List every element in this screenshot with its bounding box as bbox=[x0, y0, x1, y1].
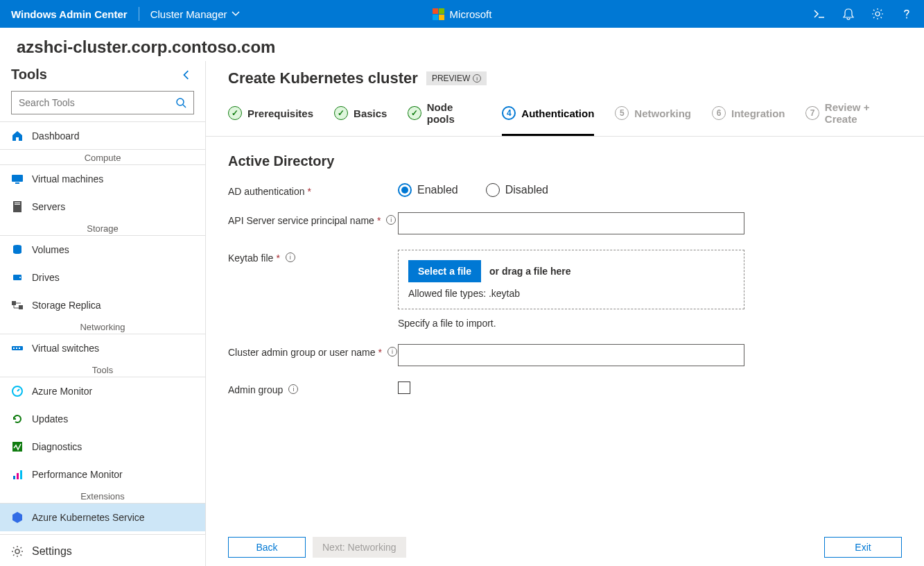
info-icon[interactable]: i bbox=[387, 347, 397, 357]
keytab-dropzone[interactable]: Select a file or drag a file here Allowe… bbox=[398, 250, 744, 309]
sidebar-item-dashboard[interactable]: Dashboard bbox=[0, 122, 205, 150]
specify-hint: Specify a file to import. bbox=[398, 318, 744, 329]
wizard-footer: Back Next: Networking Exit bbox=[206, 527, 924, 566]
chevron-down-icon bbox=[232, 10, 240, 18]
gear-icon[interactable] bbox=[871, 8, 884, 20]
section-compute: Compute bbox=[0, 150, 205, 165]
sidebar-item-performance-monitor[interactable]: Performance Monitor bbox=[0, 461, 205, 488]
sidebar-item-label: Storage Replica bbox=[32, 300, 101, 311]
drive-icon bbox=[11, 271, 24, 284]
tools-heading: Tools bbox=[11, 67, 47, 83]
step-prerequisites[interactable]: ✓ Prerequisites bbox=[228, 101, 313, 136]
search-input[interactable] bbox=[19, 97, 175, 108]
sidebar-item-virtual-switches[interactable]: Virtual switches bbox=[0, 334, 205, 362]
step-number: 4 bbox=[502, 106, 516, 120]
next-button[interactable]: Next: Networking bbox=[313, 537, 406, 558]
search-icon bbox=[175, 97, 186, 108]
step-networking[interactable]: 5 Networking bbox=[615, 101, 691, 136]
step-review[interactable]: 7 Review + Create bbox=[805, 101, 902, 136]
preview-text: PREVIEW bbox=[432, 74, 470, 83]
refresh-icon bbox=[11, 413, 24, 425]
console-icon[interactable] bbox=[813, 8, 826, 20]
replica-icon bbox=[11, 299, 24, 311]
step-integration[interactable]: 6 Integration bbox=[712, 101, 785, 136]
collapse-chevron-icon[interactable] bbox=[182, 70, 191, 80]
main: Create Kubernetes cluster PREVIEW i ✓ Pr… bbox=[206, 61, 924, 566]
sidebar-item-label: Azure Kubernetes Service bbox=[32, 512, 145, 523]
svg-rect-10 bbox=[12, 301, 16, 305]
exit-button[interactable]: Exit bbox=[824, 537, 902, 558]
radio-disabled[interactable]: Disabled bbox=[486, 183, 548, 197]
sidebar-item-volumes[interactable]: Volumes bbox=[0, 236, 205, 264]
select-file-button[interactable]: Select a file bbox=[408, 260, 481, 282]
back-button[interactable]: Back bbox=[228, 537, 306, 558]
sidebar-item-label: Virtual switches bbox=[32, 343, 99, 354]
step-authentication[interactable]: 4 Authentication bbox=[502, 101, 594, 136]
sidebar-item-label: Drives bbox=[32, 272, 60, 283]
check-icon: ✓ bbox=[408, 106, 421, 120]
svg-rect-18 bbox=[13, 476, 15, 479]
sidebar-item-azure-monitor[interactable]: Azure Monitor bbox=[0, 377, 205, 405]
sidebar-item-updates[interactable]: Updates bbox=[0, 405, 205, 433]
diagnostics-icon bbox=[11, 440, 24, 453]
section-extensions: Extensions bbox=[0, 488, 205, 504]
sidebar-item-settings[interactable]: Settings bbox=[0, 534, 205, 566]
check-icon: ✓ bbox=[334, 106, 348, 120]
svg-rect-19 bbox=[17, 473, 19, 479]
required-mark: * bbox=[276, 252, 279, 264]
radio-dot-icon bbox=[486, 183, 500, 197]
wizard-steps: ✓ Prerequisites ✓ Basics ✓ Node pools 4 … bbox=[206, 93, 924, 137]
label-ad-auth: AD authentication bbox=[228, 186, 305, 197]
bell-icon[interactable] bbox=[842, 8, 855, 20]
sidebar-item-diagnostics[interactable]: Diagnostics bbox=[0, 433, 205, 461]
ad-auth-radio-group: Enabled Disabled bbox=[398, 183, 744, 197]
server-icon bbox=[11, 200, 24, 213]
sidebar-item-servers[interactable]: Servers bbox=[0, 193, 205, 221]
tools-nav: Dashboard Compute Virtual machines Serve… bbox=[0, 121, 205, 531]
required-mark: * bbox=[378, 347, 381, 358]
step-label: Basics bbox=[354, 108, 387, 119]
brand: Microsoft bbox=[433, 8, 492, 20]
info-icon[interactable]: i bbox=[473, 74, 481, 83]
switch-icon bbox=[11, 342, 24, 354]
sidebar-item-label: Dashboard bbox=[32, 130, 80, 142]
label-cluster-admin: Cluster admin group or user name bbox=[228, 347, 375, 358]
svg-point-22 bbox=[15, 549, 19, 554]
home-icon bbox=[11, 130, 24, 142]
api-spn-input[interactable] bbox=[398, 212, 744, 234]
info-icon[interactable]: i bbox=[288, 384, 298, 394]
gauge-icon bbox=[11, 385, 24, 397]
svg-point-9 bbox=[19, 277, 21, 278]
sidebar-item-storage-replica[interactable]: Storage Replica bbox=[0, 291, 205, 319]
radio-enabled[interactable]: Enabled bbox=[398, 183, 458, 197]
svg-rect-6 bbox=[15, 204, 20, 205]
context-dropdown[interactable]: Cluster Manager bbox=[150, 8, 240, 20]
svg-marker-21 bbox=[12, 512, 22, 523]
svg-rect-2 bbox=[12, 175, 23, 182]
monitor-icon bbox=[11, 173, 24, 185]
gear-icon bbox=[11, 545, 24, 558]
cluster-admin-input[interactable] bbox=[398, 344, 744, 366]
radio-label: Enabled bbox=[417, 184, 458, 196]
step-basics[interactable]: ✓ Basics bbox=[334, 101, 387, 136]
kubernetes-icon bbox=[11, 511, 24, 524]
svg-rect-5 bbox=[15, 203, 20, 203]
step-label: Node pools bbox=[427, 101, 482, 125]
step-node-pools[interactable]: ✓ Node pools bbox=[408, 101, 481, 136]
svg-rect-11 bbox=[19, 305, 23, 309]
sidebar-item-aks[interactable]: Azure Kubernetes Service bbox=[0, 504, 205, 531]
step-label: Networking bbox=[634, 108, 691, 119]
admin-group-checkbox[interactable] bbox=[398, 381, 410, 394]
label-keytab: Keytab file bbox=[228, 252, 273, 264]
search-tools-box[interactable] bbox=[11, 91, 194, 114]
label-api-spn: API Server service principal name bbox=[228, 215, 374, 226]
check-icon: ✓ bbox=[228, 106, 242, 120]
preview-badge: PREVIEW i bbox=[426, 71, 487, 85]
sidebar-item-drives[interactable]: Drives bbox=[0, 264, 205, 291]
help-icon[interactable] bbox=[900, 8, 913, 20]
sidebar-item-virtual-machines[interactable]: Virtual machines bbox=[0, 165, 205, 193]
step-label: Review + Create bbox=[825, 101, 902, 125]
info-icon[interactable]: i bbox=[386, 215, 396, 225]
step-label: Prerequisites bbox=[247, 108, 313, 119]
info-icon[interactable]: i bbox=[286, 252, 295, 262]
